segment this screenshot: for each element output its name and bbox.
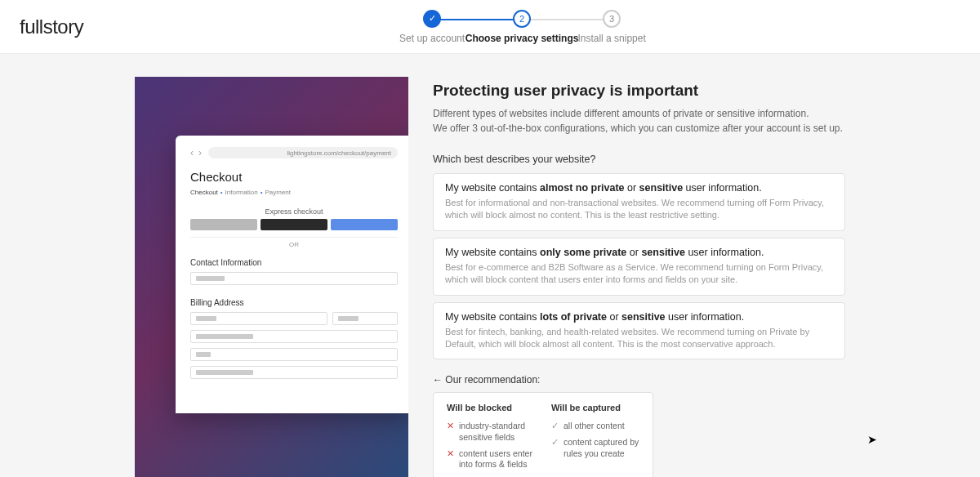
step-install-snippet: 3 Install a snippet: [567, 10, 657, 44]
option-title: My website contains almost no private or…: [445, 182, 833, 194]
mock-breadcrumb: Checkout•Information•Payment: [190, 189, 398, 196]
captured-heading: Will be captured: [551, 403, 639, 412]
x-icon: ✕: [447, 448, 454, 470]
privacy-option-none[interactable]: My website contains almost no private or…: [433, 173, 845, 231]
privacy-option-some[interactable]: My website contains only some private or…: [433, 238, 845, 296]
step-number: 3: [603, 10, 621, 28]
page-subtext: Different types of websites include diff…: [433, 106, 845, 136]
page-heading: Protecting user privacy is important: [433, 82, 845, 100]
step-connector: [432, 19, 522, 20]
preview-panel: ‹› lightingstore.com/checkout/payment Ch…: [135, 77, 408, 477]
check-icon: ✓: [423, 10, 441, 28]
blocked-heading: Will be blocked: [447, 403, 535, 412]
url-bar: lightingstore.com/checkout/payment: [208, 147, 398, 158]
step-label: Choose privacy settings: [466, 33, 579, 44]
mock-input: [190, 348, 398, 361]
step-label: Set up account: [399, 33, 465, 44]
question-label: Which best describes your website?: [433, 154, 845, 165]
mock-or-divider: OR: [190, 237, 398, 248]
browser-mockup: ‹› lightingstore.com/checkout/payment Ch…: [176, 136, 408, 413]
mock-payment-buttons: [190, 219, 398, 230]
logo: fullstory: [20, 16, 83, 38]
captured-item: ✓all other content: [551, 421, 639, 432]
x-icon: ✕: [447, 421, 454, 443]
check-icon: ✓: [551, 421, 559, 432]
mock-express-label: Express checkout: [190, 207, 398, 216]
option-title: My website contains lots of private or s…: [445, 311, 833, 323]
step-label: Install a snippet: [577, 33, 645, 44]
mock-contact-heading: Contact Information: [190, 258, 398, 267]
blocked-item: ✕industry-standard sensitive fields: [447, 421, 535, 443]
mock-input: [190, 330, 398, 343]
step-privacy-settings: 2 Choose privacy settings: [477, 10, 567, 44]
mock-input: [190, 312, 327, 325]
option-description: Best for fintech, banking, and health-re…: [445, 326, 833, 351]
captured-item: ✓content captured by rules you create: [551, 437, 639, 459]
mock-input: [190, 366, 398, 379]
option-title: My website contains only some private or…: [445, 247, 833, 258]
option-description: Best for e-commerce and B2B Software as …: [445, 261, 833, 287]
recommendation-label: Our recommendation:: [433, 374, 845, 386]
nav-arrows-icon: ‹›: [190, 147, 202, 158]
mock-input: [190, 272, 398, 285]
blocked-item: ✕content users enter into forms & fields: [447, 448, 535, 470]
step-number: 2: [513, 10, 531, 28]
mock-billing-heading: Billing Address: [190, 298, 398, 307]
content-panel: Protecting user privacy is important Dif…: [433, 77, 845, 477]
main-area: ‹› lightingstore.com/checkout/payment Ch…: [0, 54, 980, 477]
progress-stepper: ✓ Set up account 2 Choose privacy settin…: [83, 10, 960, 44]
mock-page-title: Checkout: [190, 170, 398, 184]
option-description: Best for informational and non-transacti…: [445, 197, 833, 222]
header: fullstory ✓ Set up account 2 Choose priv…: [0, 0, 980, 54]
step-setup-account: ✓ Set up account: [387, 10, 477, 44]
check-icon: ✓: [551, 437, 559, 459]
mock-input: [332, 312, 398, 325]
captured-column: Will be captured ✓all other content ✓con…: [551, 403, 639, 475]
recommendation-box: Will be blocked ✕industry-standard sensi…: [433, 392, 653, 477]
blocked-column: Will be blocked ✕industry-standard sensi…: [447, 403, 535, 475]
privacy-option-lots[interactable]: My website contains lots of private or s…: [433, 302, 845, 360]
step-connector: [522, 19, 612, 20]
